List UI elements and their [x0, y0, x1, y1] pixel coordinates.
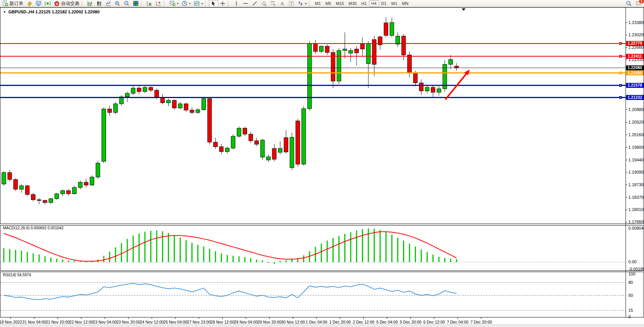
candle [290, 133, 294, 170]
candle-body [66, 191, 71, 194]
trendline-button[interactable] [250, 0, 259, 7]
candle [172, 99, 177, 110]
zoom-out-button[interactable] [122, 0, 131, 7]
resistance-line-2-handle-dot [620, 56, 621, 57]
candle [55, 193, 59, 200]
price-axis-tick-label: 1.20880 [628, 107, 644, 112]
candle-body [72, 187, 77, 193]
chevron-down-icon[interactable]: ▼ [3, 10, 6, 14]
status-bar [0, 324, 644, 327]
candle-body [396, 36, 400, 44]
fibonacci-icon: F [270, 0, 276, 6]
fibonacci-button[interactable]: F [268, 0, 278, 7]
rsi-level-label: 100 [628, 272, 635, 276]
chevron-down-icon[interactable]: ▾ [201, 2, 203, 5]
chevron-down-icon[interactable]: ▾ [189, 2, 191, 5]
equidistant-channel-button[interactable]: E [259, 0, 268, 7]
candle-chart-button[interactable] [95, 0, 104, 7]
time-axis-label: 21 Nov 20:00 [46, 320, 70, 324]
timeframe-button-m1[interactable]: M1 [313, 0, 323, 6]
price-axis-tick-label: 1.23020 [628, 32, 644, 37]
support-line-2-handle-dot [620, 97, 621, 98]
chart-window[interactable]: 1.233801.230201.226601.223101.208801.205… [0, 7, 644, 327]
candle [237, 126, 241, 137]
auto-scroll-icon [146, 0, 153, 6]
candle-body [125, 93, 130, 97]
candle-body [419, 83, 424, 91]
tile-windows-button[interactable] [131, 0, 140, 7]
candle-body [437, 89, 441, 92]
zoom-in-button[interactable] [113, 0, 122, 7]
timeframe-button-h1[interactable]: H1 [359, 0, 369, 6]
candle [231, 134, 235, 150]
time-axis-label: 5 Dec 20:00 [400, 320, 422, 324]
pivot-line-handle-dot [620, 72, 621, 73]
candle [302, 106, 306, 165]
candle [443, 60, 447, 92]
tile-windows-icon [133, 0, 139, 6]
candle-body [343, 49, 347, 50]
candle-body [14, 179, 18, 189]
eraser-button[interactable] [25, 0, 34, 7]
cursor-button[interactable] [209, 0, 218, 7]
crosshair-button[interactable] [218, 0, 227, 7]
chart-shift-button[interactable] [154, 0, 163, 7]
text-label-button[interactable]: T [287, 0, 296, 7]
candle-body [237, 128, 241, 136]
toolbar-separator [141, 1, 144, 6]
signals-button[interactable] [43, 0, 52, 7]
bar-chart-icon [87, 0, 93, 6]
line-chart-icon [105, 0, 111, 6]
text-button[interactable]: A [278, 0, 287, 7]
candle [102, 107, 106, 163]
hline-icon [243, 0, 249, 6]
timeframe-button-w1[interactable]: W1 [389, 0, 400, 6]
line-chart-button[interactable] [104, 0, 113, 7]
macd-pane[interactable] [0, 226, 644, 271]
timeframe-button-mn[interactable]: MN [400, 0, 411, 6]
toolbar-separator [309, 1, 312, 6]
candle-body [202, 98, 206, 110]
timeframe-button-m5[interactable]: M5 [323, 0, 333, 6]
main-toolbar: 新订单自动交易▾▾▾EFAT▾M1M5M15M30H1H4D1W1MN1 [0, 0, 644, 7]
candle-body [84, 182, 88, 185]
notifications-icon[interactable]: 1 [636, 0, 642, 6]
candle-body [308, 43, 312, 109]
chevron-down-icon[interactable]: ▾ [177, 2, 178, 5]
candle-body [55, 194, 59, 199]
time-axis-label: 1 Dec 20:00 [329, 320, 351, 324]
new-chart-button[interactable]: ▾ [168, 0, 180, 7]
new-order-button[interactable]: 新订单 [1, 0, 25, 7]
auto-scroll-button[interactable] [145, 0, 154, 7]
candle-body [425, 87, 429, 91]
new-order-button-label: 新订单 [10, 0, 23, 7]
timeframe-button-d1[interactable]: D1 [379, 0, 389, 6]
price-axis-tick-label: 1.19090 [628, 170, 644, 174]
candle-body [431, 87, 435, 92]
periods-button[interactable]: ▾ [180, 0, 192, 7]
price-axis-tick-label: 1.18370 [628, 195, 644, 200]
rsi-indicator-label: RSI(14) 54.5974 [3, 273, 31, 277]
timeframe-button-m30[interactable]: M30 [346, 0, 359, 6]
bar-chart-button[interactable] [85, 0, 95, 7]
autotrading-button-label: 自动交易 [61, 0, 79, 7]
horizontal-line-button[interactable] [241, 0, 250, 7]
chart-canvas[interactable]: 1.233801.230201.226601.223101.208801.205… [0, 7, 644, 327]
vertical-line-button[interactable] [232, 0, 241, 7]
main-chart-pane[interactable] [0, 8, 644, 224]
market-watch-button[interactable] [34, 0, 43, 7]
candle [207, 98, 212, 145]
candle [260, 139, 265, 159]
timeframe-button-h4[interactable]: H4 [369, 0, 379, 6]
timeframe-button-m15[interactable]: M15 [334, 0, 346, 6]
autotrading-button[interactable]: 自动交易 [52, 0, 81, 7]
candle-body [78, 182, 82, 188]
templates-button[interactable]: ▾ [192, 0, 204, 7]
candle [25, 185, 29, 196]
arrows-button[interactable]: ▾ [296, 0, 308, 7]
chevron-down-icon[interactable]: ▾ [305, 2, 307, 5]
search-icon[interactable] [626, 0, 632, 6]
macd-axis-bottom-label: -0.001807 [628, 267, 644, 271]
autotrade-icon [54, 0, 60, 6]
candle-body [90, 177, 94, 185]
